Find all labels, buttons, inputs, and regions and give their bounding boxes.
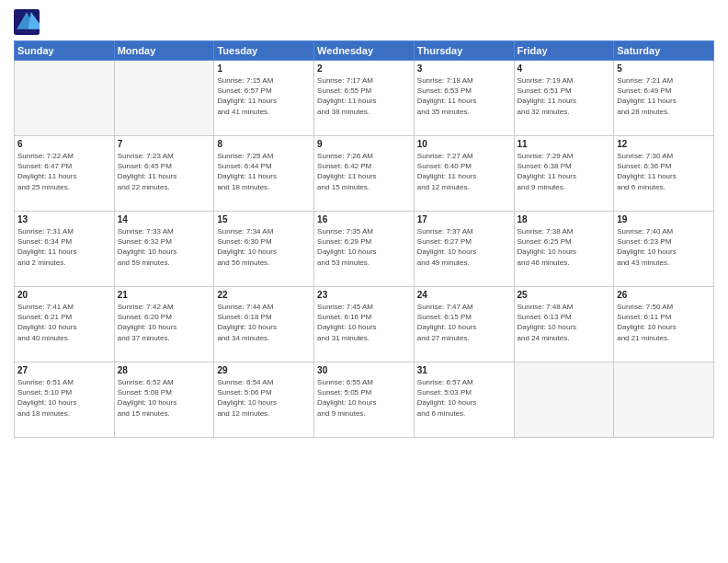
day-number: 24 <box>417 290 511 300</box>
weekday-monday: Monday <box>114 41 214 61</box>
day-cell: 14Sunrise: 7:33 AM Sunset: 6:32 PM Dayli… <box>114 212 214 287</box>
day-cell: 2Sunrise: 7:17 AM Sunset: 6:55 PM Daylig… <box>314 61 415 136</box>
day-number: 7 <box>118 139 211 149</box>
week-row-3: 20Sunrise: 7:41 AM Sunset: 6:21 PM Dayli… <box>15 287 714 362</box>
day-info: Sunrise: 7:18 AM Sunset: 6:53 PM Dayligh… <box>417 75 511 117</box>
day-cell <box>614 362 714 438</box>
page: SundayMondayTuesdayWednesdayThursdayFrid… <box>0 0 728 563</box>
day-cell <box>514 362 614 438</box>
day-cell: 11Sunrise: 7:29 AM Sunset: 6:38 PM Dayli… <box>514 136 614 212</box>
day-info: Sunrise: 7:35 AM Sunset: 6:29 PM Dayligh… <box>317 226 411 268</box>
day-info: Sunrise: 7:25 AM Sunset: 6:44 PM Dayligh… <box>217 151 311 192</box>
day-cell: 10Sunrise: 7:27 AM Sunset: 6:40 PM Dayli… <box>414 136 514 212</box>
day-cell <box>114 61 214 136</box>
day-number: 23 <box>317 290 411 300</box>
day-cell: 8Sunrise: 7:25 AM Sunset: 6:44 PM Daylig… <box>214 136 314 212</box>
day-number: 4 <box>518 63 611 74</box>
day-info: Sunrise: 7:21 AM Sunset: 6:49 PM Dayligh… <box>617 75 711 117</box>
day-info: Sunrise: 7:45 AM Sunset: 6:16 PM Dayligh… <box>317 302 411 343</box>
day-info: Sunrise: 7:42 AM Sunset: 6:20 PM Dayligh… <box>118 302 211 343</box>
weekday-tuesday: Tuesday <box>214 41 314 61</box>
day-info: Sunrise: 7:31 AM Sunset: 6:34 PM Dayligh… <box>17 226 111 268</box>
day-cell: 28Sunrise: 6:52 AM Sunset: 5:08 PM Dayli… <box>114 362 214 438</box>
day-number: 19 <box>617 214 711 224</box>
day-cell: 31Sunrise: 6:57 AM Sunset: 5:03 PM Dayli… <box>414 362 514 438</box>
day-info: Sunrise: 6:51 AM Sunset: 5:10 PM Dayligh… <box>17 377 111 419</box>
day-number: 14 <box>118 214 211 224</box>
day-cell: 5Sunrise: 7:21 AM Sunset: 6:49 PM Daylig… <box>614 61 714 136</box>
day-number: 31 <box>417 365 511 375</box>
day-cell: 23Sunrise: 7:45 AM Sunset: 6:16 PM Dayli… <box>314 287 415 362</box>
day-number: 2 <box>317 63 411 74</box>
day-number: 20 <box>17 290 111 300</box>
day-info: Sunrise: 7:22 AM Sunset: 6:47 PM Dayligh… <box>17 151 111 192</box>
day-cell: 4Sunrise: 7:19 AM Sunset: 6:51 PM Daylig… <box>514 61 614 136</box>
day-info: Sunrise: 7:33 AM Sunset: 6:32 PM Dayligh… <box>118 226 211 268</box>
day-info: Sunrise: 6:54 AM Sunset: 5:06 PM Dayligh… <box>217 377 311 419</box>
day-number: 26 <box>617 290 711 300</box>
day-info: Sunrise: 7:38 AM Sunset: 6:25 PM Dayligh… <box>518 226 611 268</box>
day-number: 5 <box>617 63 711 74</box>
day-cell: 26Sunrise: 7:50 AM Sunset: 6:11 PM Dayli… <box>614 287 714 362</box>
day-info: Sunrise: 7:30 AM Sunset: 6:36 PM Dayligh… <box>617 151 711 192</box>
week-row-4: 27Sunrise: 6:51 AM Sunset: 5:10 PM Dayli… <box>15 362 714 438</box>
day-info: Sunrise: 7:27 AM Sunset: 6:40 PM Dayligh… <box>417 151 511 192</box>
day-cell: 3Sunrise: 7:18 AM Sunset: 6:53 PM Daylig… <box>414 61 514 136</box>
day-info: Sunrise: 7:44 AM Sunset: 6:18 PM Dayligh… <box>217 302 311 343</box>
day-info: Sunrise: 7:48 AM Sunset: 6:13 PM Dayligh… <box>518 302 611 343</box>
day-cell: 1Sunrise: 7:15 AM Sunset: 6:57 PM Daylig… <box>214 61 314 136</box>
day-cell: 12Sunrise: 7:30 AM Sunset: 6:36 PM Dayli… <box>614 136 714 212</box>
day-number: 10 <box>417 139 511 149</box>
logo <box>14 9 43 35</box>
day-info: Sunrise: 7:41 AM Sunset: 6:21 PM Dayligh… <box>17 302 111 343</box>
header <box>14 9 714 35</box>
day-info: Sunrise: 7:15 AM Sunset: 6:57 PM Dayligh… <box>217 75 311 117</box>
day-info: Sunrise: 7:29 AM Sunset: 6:38 PM Dayligh… <box>518 151 611 192</box>
day-number: 16 <box>317 214 411 224</box>
day-number: 17 <box>417 214 511 224</box>
day-cell: 27Sunrise: 6:51 AM Sunset: 5:10 PM Dayli… <box>15 362 115 438</box>
day-cell: 19Sunrise: 7:40 AM Sunset: 6:23 PM Dayli… <box>614 212 714 287</box>
day-number: 18 <box>518 214 611 224</box>
day-cell: 21Sunrise: 7:42 AM Sunset: 6:20 PM Dayli… <box>114 287 214 362</box>
day-cell: 30Sunrise: 6:55 AM Sunset: 5:05 PM Dayli… <box>314 362 415 438</box>
weekday-wednesday: Wednesday <box>314 41 415 61</box>
day-cell: 17Sunrise: 7:37 AM Sunset: 6:27 PM Dayli… <box>414 212 514 287</box>
logo-icon <box>14 9 40 35</box>
day-number: 11 <box>518 139 611 149</box>
day-info: Sunrise: 7:17 AM Sunset: 6:55 PM Dayligh… <box>317 75 411 117</box>
week-row-1: 6Sunrise: 7:22 AM Sunset: 6:47 PM Daylig… <box>15 136 714 212</box>
day-number: 15 <box>217 214 311 224</box>
day-info: Sunrise: 7:19 AM Sunset: 6:51 PM Dayligh… <box>518 75 611 117</box>
day-number: 21 <box>118 290 211 300</box>
weekday-saturday: Saturday <box>614 41 714 61</box>
day-cell: 9Sunrise: 7:26 AM Sunset: 6:42 PM Daylig… <box>314 136 415 212</box>
day-cell: 16Sunrise: 7:35 AM Sunset: 6:29 PM Dayli… <box>314 212 415 287</box>
day-cell: 22Sunrise: 7:44 AM Sunset: 6:18 PM Dayli… <box>214 287 314 362</box>
day-cell: 13Sunrise: 7:31 AM Sunset: 6:34 PM Dayli… <box>15 212 115 287</box>
day-cell <box>15 61 115 136</box>
week-row-0: 1Sunrise: 7:15 AM Sunset: 6:57 PM Daylig… <box>15 61 714 136</box>
day-number: 28 <box>118 365 211 375</box>
calendar: SundayMondayTuesdayWednesdayThursdayFrid… <box>14 40 714 438</box>
day-number: 30 <box>317 365 411 375</box>
day-cell: 7Sunrise: 7:23 AM Sunset: 6:45 PM Daylig… <box>114 136 214 212</box>
day-number: 22 <box>217 290 311 300</box>
day-number: 12 <box>617 139 711 149</box>
day-info: Sunrise: 7:40 AM Sunset: 6:23 PM Dayligh… <box>617 226 711 268</box>
weekday-thursday: Thursday <box>414 41 514 61</box>
day-info: Sunrise: 6:57 AM Sunset: 5:03 PM Dayligh… <box>417 377 511 419</box>
day-info: Sunrise: 6:52 AM Sunset: 5:08 PM Dayligh… <box>118 377 211 419</box>
day-info: Sunrise: 7:50 AM Sunset: 6:11 PM Dayligh… <box>617 302 711 343</box>
day-info: Sunrise: 7:34 AM Sunset: 6:30 PM Dayligh… <box>217 226 311 268</box>
weekday-header-row: SundayMondayTuesdayWednesdayThursdayFrid… <box>15 41 714 61</box>
day-info: Sunrise: 7:37 AM Sunset: 6:27 PM Dayligh… <box>417 226 511 268</box>
day-cell: 6Sunrise: 7:22 AM Sunset: 6:47 PM Daylig… <box>15 136 115 212</box>
day-cell: 29Sunrise: 6:54 AM Sunset: 5:06 PM Dayli… <box>214 362 314 438</box>
week-row-2: 13Sunrise: 7:31 AM Sunset: 6:34 PM Dayli… <box>15 212 714 287</box>
day-number: 9 <box>317 139 411 149</box>
day-cell: 24Sunrise: 7:47 AM Sunset: 6:15 PM Dayli… <box>414 287 514 362</box>
day-number: 13 <box>17 214 111 224</box>
day-info: Sunrise: 7:47 AM Sunset: 6:15 PM Dayligh… <box>417 302 511 343</box>
day-number: 1 <box>217 63 311 74</box>
